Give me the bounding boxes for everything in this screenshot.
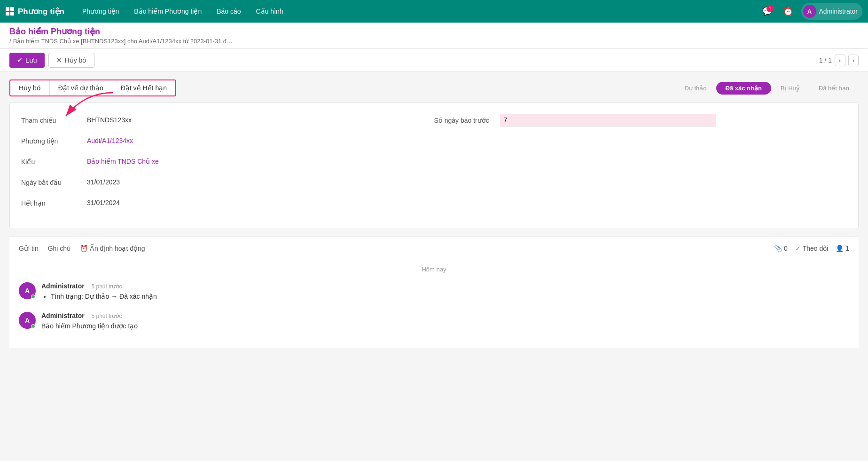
phuong-tien-label: Phương tiện — [21, 135, 87, 145]
chatter-meta: 📎 0 ✓ Theo dõi 👤 1 — [774, 245, 849, 252]
ghi-chu-action[interactable]: Ghi chú — [48, 245, 70, 252]
app-name: Phương tiện — [18, 7, 64, 16]
user-avatar-btn[interactable]: A Administrator — [801, 3, 862, 20]
status-du-thao: Dự thảo — [675, 82, 716, 95]
online-dot-2 — [31, 324, 35, 328]
date-divider: Hôm nay — [19, 266, 849, 273]
pagination-text: 1 / 1 — [819, 56, 832, 64]
msg-time-1: · 5 phút trước — [88, 283, 122, 290]
main-content: Hủy bỏ Đặt về dự thảo Đặt về Hết hạn Dự … — [0, 72, 868, 356]
topnav: Phương tiện Phương tiện Bảo hiểm Phương … — [0, 0, 868, 23]
toolbar-left: ✔ Lưu ✕ Hủy bỏ — [9, 53, 94, 68]
online-dot-1 — [31, 294, 35, 299]
msg-text-2: Bảo hiểm Phương tiện được tạo — [41, 321, 849, 331]
kieu-row: Kiểu Bảo hiểm TNDS Chủ xe — [21, 155, 419, 167]
chatter-actions: Gửi tin Ghi chú ⏰ Ấn định hoạt động — [19, 245, 145, 252]
menu-bao-hiem[interactable]: Bảo hiểm Phương tiện — [127, 5, 208, 18]
theo-doi-meta[interactable]: ✓ Theo dõi — [795, 245, 828, 252]
status-steps: Dự thảo Đã xác nhận Bị Huỷ Đã hết hạn — [675, 82, 859, 95]
chat-icon-btn[interactable]: 💬 1 — [760, 4, 775, 19]
breadcrumb: / Bảo hiểm TNDS Chủ xe [BHTNDS123xx] cho… — [9, 38, 859, 45]
check-icon: ✓ — [795, 245, 801, 252]
avatar: A — [803, 5, 816, 18]
gui-tin-action[interactable]: Gửi tin — [19, 245, 39, 252]
action-bar: Hủy bỏ Đặt về dự thảo Đặt về Hết hạn Dự … — [9, 79, 859, 96]
toolbar-right: 1 / 1 ‹ › — [819, 55, 859, 66]
so-ngay-bao-truoc-label: Số ngày báo trước — [434, 114, 500, 124]
dat-ve-het-han-button[interactable]: Đặt về Hết hạn — [112, 80, 175, 95]
msg-author-2: Administrator — [41, 312, 85, 319]
attachment-count: 0 — [784, 245, 788, 252]
form-right: Số ngày báo trước — [434, 114, 847, 217]
checkmark-icon: ✔ — [17, 56, 23, 64]
prev-button[interactable]: ‹ — [835, 55, 845, 66]
grid-icon — [6, 7, 14, 16]
chatter: Gửi tin Ghi chú ⏰ Ấn định hoạt động 📎 0 … — [9, 237, 859, 348]
topnav-menu: Phương tiện Bảo hiểm Phương tiện Báo cáo… — [76, 5, 756, 18]
theo-doi-label: Theo dõi — [803, 245, 828, 252]
app-brand[interactable]: Phương tiện — [6, 7, 64, 16]
status-da-het-han: Đã hết hạn — [809, 82, 859, 95]
chatter-toolbar: Gửi tin Ghi chú ⏰ Ấn định hoạt động 📎 0 … — [19, 245, 849, 258]
menu-bao-cao[interactable]: Báo cáo — [210, 5, 247, 18]
follower-meta[interactable]: 👤 1 — [836, 245, 849, 252]
tham-chieu-row: Tham chiếu BHTNDS123xx — [21, 114, 419, 126]
person-icon: 👤 — [836, 245, 844, 252]
msg-body-2: Administrator · 5 phút trước Bảo hiểm Ph… — [41, 312, 849, 331]
msg-author-1: Administrator — [41, 282, 85, 290]
avatar-msg-2: A — [19, 312, 36, 329]
status-bi-huy: Bị Huỷ — [771, 82, 809, 95]
user-name: Administrator — [819, 8, 858, 15]
clock-icon-btn[interactable]: ⏰ — [781, 4, 796, 19]
toolbar: ✔ Lưu ✕ Hủy bỏ 1 / 1 ‹ › — [0, 49, 868, 72]
action-buttons: Hủy bỏ Đặt về dự thảo Đặt về Hết hạn — [9, 79, 176, 96]
het-han-row: Hết hạn 31/01/2024 — [21, 197, 419, 209]
dat-ve-du-thao-button[interactable]: Đặt về dự thảo — [50, 80, 112, 95]
msg-time-2: · 5 phút trước — [88, 313, 122, 319]
avatar-msg-1: A — [19, 282, 36, 299]
clock-small-icon: ⏰ — [80, 245, 88, 252]
x-icon: ✕ — [56, 56, 62, 64]
follower-count: 1 — [845, 245, 849, 252]
save-label: Lưu — [25, 56, 37, 64]
form-grid: Tham chiếu BHTNDS123xx Phương tiện Audi/… — [21, 114, 847, 217]
het-han-label: Hết hạn — [21, 197, 87, 207]
ngay-bat-dau-row: Ngày bắt đầu 31/01/2023 — [21, 176, 419, 188]
tham-chieu-value: BHTNDS123xx — [87, 114, 419, 126]
tham-chieu-label: Tham chiếu — [21, 114, 87, 124]
so-ngay-bao-truoc-input[interactable] — [500, 114, 716, 127]
kieu-value[interactable]: Bảo hiểm TNDS Chủ xe — [87, 155, 419, 167]
msg-text-1: Tình trạng: Dự thảo → Đã xác nhận — [41, 292, 849, 302]
menu-phuong-tien[interactable]: Phương tiện — [76, 5, 125, 18]
form-card: Tham chiếu BHTNDS123xx Phương tiện Audi/… — [9, 102, 859, 229]
an-dinh-action[interactable]: ⏰ Ấn định hoạt động — [80, 245, 145, 252]
breadcrumb-sep: / — [9, 38, 11, 45]
topnav-right: 💬 1 ⏰ A Administrator — [760, 3, 862, 20]
paperclip-icon: 📎 — [774, 245, 782, 252]
het-han-value: 31/01/2024 — [87, 197, 419, 209]
message-1: A Administrator · 5 phút trước Tình trạn… — [19, 282, 849, 302]
form-left: Tham chiếu BHTNDS123xx Phương tiện Audi/… — [21, 114, 434, 217]
page-title: Bảo hiểm Phương tiện — [9, 26, 859, 37]
cancel-button[interactable]: ✕ Hủy bỏ — [48, 53, 95, 68]
status-da-xac-nhan: Đã xác nhận — [716, 82, 771, 95]
breadcrumb-bar: Bảo hiểm Phương tiện / Bảo hiểm TNDS Chủ… — [0, 23, 868, 49]
phuong-tien-value[interactable]: Audi/A1/1234xx — [87, 135, 419, 147]
menu-cau-hinh[interactable]: Cấu hình — [250, 5, 290, 18]
phuong-tien-row: Phương tiện Audi/A1/1234xx — [21, 135, 419, 147]
ngay-bat-dau-value: 31/01/2023 — [87, 176, 419, 188]
next-button[interactable]: › — [848, 55, 859, 66]
save-button[interactable]: ✔ Lưu — [9, 53, 45, 68]
attachment-meta[interactable]: 📎 0 — [774, 245, 788, 252]
breadcrumb-current: Bảo hiểm TNDS Chủ xe [BHTNDS123xx] cho A… — [13, 38, 233, 45]
kieu-label: Kiểu — [21, 155, 87, 166]
msg-header-2: Administrator · 5 phút trước — [41, 312, 849, 319]
msg-body-1: Administrator · 5 phút trước Tình trạng:… — [41, 282, 849, 302]
so-ngay-bao-truoc-row: Số ngày báo trước — [434, 114, 832, 127]
an-dinh-label: Ấn định hoạt động — [90, 245, 145, 252]
message-2: A Administrator · 5 phút trước Bảo hiểm … — [19, 312, 849, 331]
huy-bo-button[interactable]: Hủy bỏ — [10, 80, 50, 95]
msg-header-1: Administrator · 5 phút trước — [41, 282, 849, 290]
cancel-label: Hủy bỏ — [65, 56, 87, 64]
msg-list-item-1: Tình trạng: Dự thảo → Đã xác nhận — [51, 292, 849, 302]
